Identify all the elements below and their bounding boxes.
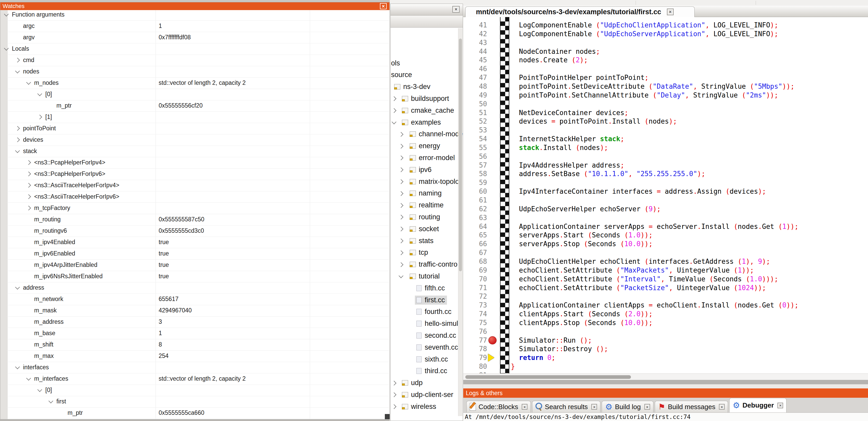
code-line-62[interactable]: UdpEchoServerHelper echoServer (9);: [511, 204, 661, 213]
watch-row-<ns3::PcapHelperForIpv6>[interactable]: <ns3::PcapHelperForIpv6>: [7, 169, 389, 180]
collapse-icon[interactable]: [399, 273, 403, 278]
code-line-65[interactable]: serverApps.Start (Seconds (1.0));: [511, 231, 653, 239]
watch-row-m_base[interactable]: m_base1: [7, 328, 389, 339]
tree-item-socket[interactable]: socket: [391, 223, 463, 234]
expand-icon[interactable]: [392, 381, 396, 385]
expand-icon[interactable]: [392, 404, 396, 409]
watch-row-m_routing[interactable]: m_routing0x555555587c50: [7, 214, 389, 226]
code-line-69[interactable]: echoClient.SetAttribute ("MaxPackets", U…: [511, 266, 754, 274]
collapse-icon[interactable]: [15, 364, 20, 369]
line-number-61[interactable]: 61: [463, 196, 487, 204]
watch-row-address[interactable]: address: [7, 282, 389, 294]
line-number-59[interactable]: 59: [463, 178, 487, 187]
watch-row-Locals[interactable]: Locals: [7, 43, 389, 55]
line-number-69[interactable]: 69: [463, 266, 487, 274]
expand-icon[interactable]: [399, 203, 403, 208]
expand-icon[interactable]: [399, 227, 403, 231]
expand-icon[interactable]: [399, 238, 403, 243]
collapse-icon[interactable]: [15, 148, 20, 153]
line-number-42[interactable]: 42: [463, 30, 487, 38]
tree-item-ipv6[interactable]: ipv6: [391, 164, 463, 175]
editor-tab-close-button[interactable]: ×: [667, 8, 674, 15]
line-number-41[interactable]: 41: [463, 21, 487, 30]
management-titlebar[interactable]: ×: [391, 4, 463, 15]
line-number-58[interactable]: 58: [463, 169, 487, 178]
tree-item-content[interactable]: ols: [391, 59, 402, 68]
tree-item-content[interactable]: fifth.cc: [415, 284, 447, 293]
tree-item-content[interactable]: hello-simul: [415, 319, 460, 328]
tree-item-content[interactable]: energy: [408, 141, 442, 151]
watch-row-m_nodes[interactable]: m_nodesstd::vector of length 2, capacity…: [7, 77, 389, 89]
code-line-52[interactable]: devices = pointToPoint.Install (nodes);: [511, 117, 677, 126]
expand-icon[interactable]: [399, 132, 403, 136]
tree-item-seventh.cc[interactable]: seventh.cc: [391, 342, 463, 353]
line-number-56[interactable]: 56: [463, 152, 487, 161]
watches-titlebar[interactable]: Watches ×: [0, 2, 390, 10]
tree-item-content[interactable]: udp-client-ser: [400, 390, 456, 399]
current-execution-arrow-icon[interactable]: [488, 354, 494, 361]
code-line-79[interactable]: return 0;: [511, 353, 555, 362]
tree-item-content[interactable]: traffic-contro: [408, 260, 460, 269]
tree-item-content[interactable]: matrix-topolo: [408, 177, 461, 186]
expand-icon[interactable]: [392, 96, 396, 101]
tree-item-tutorial[interactable]: tutorial: [391, 271, 463, 282]
tree-item-cmake_cache[interactable]: cmake_cache: [391, 105, 463, 116]
line-number-47[interactable]: 47: [463, 73, 487, 82]
editor-horizontal-scrollbar-thumb[interactable]: [465, 375, 631, 379]
line-number-63[interactable]: 63: [463, 213, 487, 222]
collapse-icon[interactable]: [15, 285, 20, 289]
code-line-55[interactable]: stack.Install (nodes);: [511, 143, 608, 152]
line-number-72[interactable]: 72: [463, 292, 487, 301]
line-number-48[interactable]: 48: [463, 82, 487, 91]
tab-close-button[interactable]: ×: [591, 404, 597, 410]
expand-icon[interactable]: [26, 194, 31, 199]
code-line-74[interactable]: clientApps.Start (Seconds (2.0));: [511, 310, 653, 318]
line-number-62[interactable]: 62: [463, 204, 487, 213]
code-line-41[interactable]: LogComponentEnable ("UdpEchoClientApplic…: [511, 21, 778, 30]
code-line-68[interactable]: UdpEchoClientHelper echoClient (interfac…: [511, 257, 770, 266]
tree-item-content[interactable]: seventh.cc: [415, 343, 460, 352]
tree-item-hello-simul[interactable]: hello-simul: [391, 318, 463, 329]
line-number-73[interactable]: 73: [463, 301, 487, 310]
management-tabstrip[interactable]: [391, 15, 463, 28]
editor-horizontal-scrollbar[interactable]: [463, 374, 868, 380]
tab-close-button[interactable]: ×: [644, 404, 650, 410]
code-line-75[interactable]: clientApps.Stop (Seconds (10.0));: [511, 318, 653, 327]
line-number-74[interactable]: 74: [463, 310, 487, 318]
watch-row-stack[interactable]: stack: [7, 146, 389, 157]
tree-item-content[interactable]: realtime: [408, 201, 446, 210]
editor-tab-first-cc[interactable]: mnt/dev/tools/source/ns-3-dev/examples/t…: [465, 6, 694, 17]
watch-row-<ns3::AsciiTraceHelperForIpv6>[interactable]: <ns3::AsciiTraceHelperForIpv6>: [7, 191, 389, 203]
code-line-78[interactable]: Simulator::Destroy ();: [511, 345, 608, 353]
tree-item-content[interactable]: sixth.cc: [415, 355, 450, 364]
watches-resize-corner[interactable]: [385, 414, 390, 419]
tree-item-udp[interactable]: udp: [391, 378, 463, 388]
tree-item-traffic-contro[interactable]: traffic-contro: [391, 259, 463, 270]
tree-item-naming[interactable]: naming: [391, 188, 463, 199]
collapse-icon[interactable]: [37, 91, 42, 96]
watch-row-m_tcpFactory[interactable]: m_tcpFactory: [7, 203, 389, 214]
tree-item-error-model[interactable]: error-model: [391, 152, 463, 163]
tree-item-content[interactable]: error-model: [408, 153, 457, 162]
line-number-76[interactable]: 76: [463, 327, 487, 336]
watch-row-m_ptr[interactable]: m_ptr0x5555555ca660: [7, 408, 389, 419]
expand-icon[interactable]: [26, 160, 31, 165]
line-number-70[interactable]: 70: [463, 274, 487, 284]
tree-item-content[interactable]: source: [391, 70, 414, 79]
line-number-45[interactable]: 45: [463, 56, 487, 64]
line-number-81[interactable]: 81: [463, 371, 487, 374]
line-number-52[interactable]: 52: [463, 117, 487, 126]
watch-row-interfaces[interactable]: interfaces: [7, 362, 389, 374]
expand-icon[interactable]: [399, 179, 403, 184]
tree-item-routing[interactable]: routing: [391, 212, 463, 222]
watch-row-m_ipv6NsRsJitterEnabled[interactable]: m_ipv6NsRsJitterEnabledtrue: [7, 271, 389, 282]
watch-row-m_routingv6[interactable]: m_routingv60x5555555cd3c0: [7, 226, 389, 237]
tree-item-content[interactable]: socket: [408, 224, 441, 233]
expand-icon[interactable]: [399, 167, 403, 172]
tree-item-buildsupport[interactable]: buildsupport: [391, 93, 463, 104]
line-number-gutter[interactable]: 4142434445464748495051525354555657585960…: [463, 17, 489, 374]
line-number-71[interactable]: 71: [463, 284, 487, 292]
watches-close-button[interactable]: ×: [380, 3, 386, 9]
tab-close-button[interactable]: ×: [719, 404, 725, 410]
tree-item-content[interactable]: third.cc: [415, 366, 449, 376]
